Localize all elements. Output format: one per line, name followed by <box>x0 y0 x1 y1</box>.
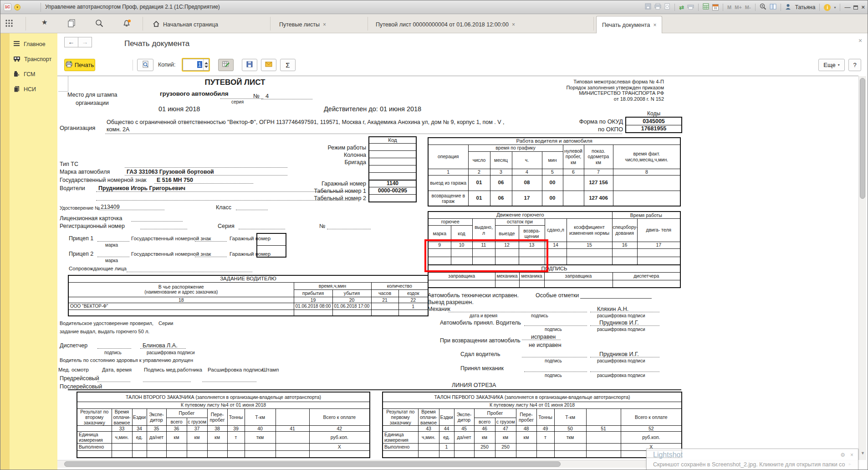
memory-plus-icon[interactable]: M+ <box>735 5 742 10</box>
notifications-bell-icon[interactable] <box>123 19 132 30</box>
notification-text: Скриншот сохранён в Screenshot_2.jpg. Кл… <box>653 461 852 470</box>
info-icon[interactable]: i <box>824 4 831 11</box>
table-settings-button[interactable] <box>218 59 234 71</box>
dotted-line <box>590 357 659 357</box>
col-header: Пробег <box>474 408 516 418</box>
tab-waybills-list[interactable]: Путевые листы × <box>274 16 332 33</box>
tab-label: Начальная страница <box>163 21 218 28</box>
col-header <box>276 408 309 425</box>
cell: ч,мин. <box>112 431 132 443</box>
restore-button[interactable] <box>853 5 858 10</box>
col-header: механика <box>495 272 519 280</box>
tab-waybill-document[interactable]: Путевой лист 00000000004 от 01.06.2018 1… <box>370 16 521 33</box>
scroll-down-icon[interactable]: ▼ <box>861 451 865 455</box>
driver-name-value: Прудников Игорь Григорьевич <box>98 185 185 191</box>
col-header-line2: (наименование и адрес заказчика) <box>69 289 293 295</box>
sum-button[interactable]: Σ <box>280 59 296 71</box>
vertical-scrollbar[interactable]: ▼ <box>858 76 866 460</box>
sidebar-item-fuel[interactable]: ГСМ <box>10 68 57 81</box>
tab-close-icon[interactable]: × <box>323 21 326 28</box>
page-title: Печать документа <box>124 39 189 48</box>
tools-menu-icon[interactable] <box>5 19 13 29</box>
col-header: часов <box>371 289 398 297</box>
horizontal-scroll-thumb[interactable] <box>64 461 561 467</box>
col-header: Тонны <box>536 408 554 425</box>
col-header: спецобору- дования <box>612 218 637 242</box>
sidebar-item-transport[interactable]: Транспорт <box>10 53 57 66</box>
cell: возвращение в гараж <box>428 191 468 206</box>
cell <box>613 175 680 191</box>
cell <box>276 450 309 458</box>
cell <box>276 443 309 450</box>
preview-button[interactable] <box>137 59 153 71</box>
cell <box>227 443 245 450</box>
spinner-up-icon[interactable] <box>204 62 208 64</box>
save-icon[interactable] <box>645 3 651 11</box>
cell <box>495 450 516 458</box>
cell: 00 <box>542 175 563 191</box>
chevron-down-icon[interactable]: ▾ <box>834 5 836 10</box>
print-icon[interactable] <box>654 3 661 11</box>
sidebar-item-label: Главное <box>24 41 46 47</box>
back-button[interactable]: ← <box>64 37 78 47</box>
cell <box>147 450 166 458</box>
vehicle-make-value: ГАЗ 331063 Грузовой бортовой <box>127 169 214 175</box>
spinner-down-icon[interactable] <box>204 66 208 68</box>
divider <box>755 4 756 11</box>
notification-close-icon[interactable]: × <box>850 452 853 458</box>
user-name[interactable]: Татьяна <box>795 4 816 10</box>
signature-sublabel: подпись <box>531 313 548 318</box>
cell: 20 <box>332 297 371 303</box>
sync-icon[interactable]: ⇄ <box>679 4 684 11</box>
settings-gear-icon[interactable]: ⚙ <box>840 452 845 458</box>
copies-input[interactable]: 1 <box>183 59 203 70</box>
col-header: Ездки <box>132 408 147 425</box>
close-window-button[interactable]: × <box>861 4 865 10</box>
lightshot-notification[interactable]: Lightshot ⚙ × Скриншот сохранён в Screen… <box>646 449 858 470</box>
sidebar-item-nsi[interactable]: НСИ <box>10 83 57 96</box>
help-button[interactable]: ? <box>848 59 861 71</box>
print-button[interactable]: Печать <box>64 59 95 71</box>
main-menu-button[interactable]: ▾ <box>14 4 20 10</box>
sidebar-item-main[interactable]: Главное <box>10 38 57 51</box>
history-icon[interactable] <box>68 19 76 29</box>
tab-home[interactable]: Начальная страница <box>147 16 224 33</box>
col-header: Ездки <box>439 408 454 425</box>
cell <box>536 450 554 458</box>
forward-button[interactable]: → <box>78 37 92 47</box>
copies-label: Копий: <box>158 62 175 68</box>
cell: 5 <box>542 169 563 175</box>
save-button[interactable] <box>242 59 257 71</box>
calculator-icon[interactable] <box>703 3 709 11</box>
pre-trip-label: Предрейсовый <box>60 375 99 382</box>
vertical-scroll-thumb[interactable] <box>860 78 865 199</box>
tab-close-icon[interactable]: × <box>653 22 656 28</box>
personnel-number-value: 0000-00295 <box>369 187 416 195</box>
close-form-icon[interactable]: × <box>858 37 862 44</box>
copies-spinner[interactable]: 1 <box>183 59 209 71</box>
search-icon[interactable] <box>95 19 103 29</box>
cell: ткм <box>245 431 276 443</box>
cell <box>369 195 416 202</box>
cell: руб.коп. <box>309 431 370 443</box>
tab-close-icon[interactable]: × <box>512 21 515 28</box>
tab-print-document[interactable]: Печать документа × <box>596 16 662 33</box>
zoom-icon[interactable] <box>760 3 766 12</box>
col-header: время,ч,мин <box>294 282 371 289</box>
memory-minus-icon[interactable]: M- <box>745 5 751 10</box>
split-view-icon[interactable] <box>770 3 776 11</box>
memory-icon[interactable]: M <box>727 5 731 10</box>
email-button[interactable] <box>261 59 276 71</box>
print-preview-icon[interactable] <box>664 3 670 11</box>
trailer2-label: Прицеп 2 <box>69 251 93 257</box>
calendar-icon[interactable]: 31 <box>712 4 719 10</box>
print-button-label: Печать <box>75 62 94 68</box>
cell: км <box>474 431 495 443</box>
dotted-line <box>97 241 129 242</box>
col-header: Т-км <box>554 408 586 425</box>
favorites-star-icon[interactable]: ★ <box>41 18 47 26</box>
cell <box>68 310 294 316</box>
minimize-button[interactable]: — <box>844 4 850 10</box>
print-settings-icon[interactable] <box>687 3 694 11</box>
more-button[interactable]: Еще ▾ <box>818 59 845 71</box>
